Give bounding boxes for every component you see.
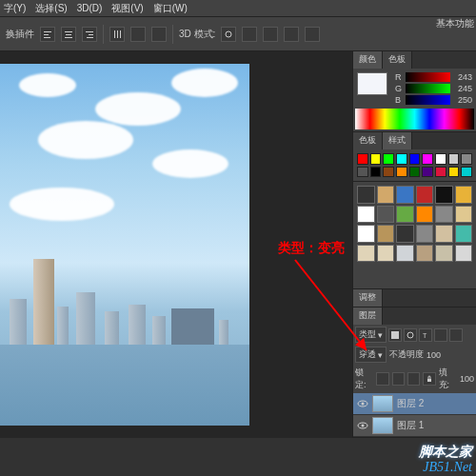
menu-item[interactable]: 字(Y) [4,2,26,15]
style-swatch[interactable] [455,186,473,204]
menu-item[interactable]: 视图(V) [111,2,143,15]
style-swatch[interactable] [357,245,375,263]
lock-pixels-icon[interactable] [392,372,405,386]
style-swatch[interactable] [357,186,375,204]
r-label: R [395,72,403,82]
swatch[interactable] [461,153,472,165]
swatch[interactable] [396,153,407,165]
swatch[interactable] [422,153,433,165]
align-icon[interactable] [61,27,76,42]
opacity-value[interactable]: 100 [426,350,441,360]
align-icon[interactable] [40,27,55,42]
svg-rect-2 [44,37,50,38]
3d-icon[interactable] [284,27,299,42]
style-swatch[interactable] [416,225,434,243]
style-swatch[interactable] [377,225,395,243]
swatch[interactable] [461,167,472,178]
swatch[interactable] [370,167,382,178]
swatch[interactable] [396,167,407,178]
swatch[interactable] [383,153,394,165]
3d-icon[interactable] [242,27,257,42]
menu-item[interactable]: 3D(D) [77,3,103,13]
b-slider[interactable] [406,95,450,105]
swatch[interactable] [357,167,368,178]
svg-rect-16 [427,379,431,382]
style-swatch[interactable] [455,245,473,263]
svg-rect-5 [65,37,72,38]
style-swatch[interactable] [416,206,434,224]
swatch[interactable] [370,153,382,165]
color-panel: 颜色 色板 R243 G245 B250 [353,51,476,132]
image-sky [0,64,249,263]
lock-transparent-icon[interactable] [376,372,388,386]
foreground-color[interactable] [357,72,387,95]
visibility-icon[interactable] [357,420,368,431]
layer-item[interactable]: 图层 1 [353,415,476,437]
style-swatch[interactable] [396,206,414,224]
menu-item[interactable]: 选择(S) [35,2,67,15]
distribute-icon[interactable] [109,27,125,42]
distribute-icon[interactable] [151,27,167,42]
color-spectrum[interactable] [355,109,474,129]
styles-tab[interactable]: 样式 [383,132,412,149]
swatch[interactable] [448,153,460,165]
filter-adjust-icon[interactable] [404,328,417,342]
style-swatch[interactable] [435,245,453,263]
svg-rect-4 [66,34,71,35]
style-swatch[interactable] [377,245,395,263]
filter-text-icon[interactable]: T [419,328,432,342]
style-swatch[interactable] [357,206,375,224]
g-slider[interactable] [406,84,450,93]
filter-type-dropdown[interactable]: 类型 ▾ [355,327,387,343]
visibility-icon[interactable] [357,398,368,409]
blend-mode-dropdown[interactable]: 穿透 ▾ [355,347,387,363]
3d-icon[interactable] [305,27,320,42]
3d-icon[interactable] [263,27,278,42]
style-swatch[interactable] [377,186,395,204]
style-swatch[interactable] [455,206,473,224]
layers-tab[interactable]: 图层 [353,307,383,325]
style-swatch[interactable] [455,225,473,243]
filter-pixel-icon[interactable] [388,328,402,342]
swatch[interactable] [435,153,446,165]
style-swatch[interactable] [416,245,434,263]
swatch[interactable] [448,167,460,178]
menu-item[interactable]: 窗口(W) [153,2,188,15]
style-swatch[interactable] [396,245,414,263]
swatch-tab[interactable]: 色板 [383,51,412,69]
canvas-area [0,51,352,438]
fill-value[interactable]: 100 [460,374,474,384]
swatch[interactable] [435,167,446,178]
color-tab[interactable]: 颜色 [353,51,383,69]
lock-position-icon[interactable] [407,372,420,386]
3d-icon[interactable] [221,27,236,42]
style-swatch[interactable] [396,225,414,243]
layer-name[interactable]: 图层 2 [397,397,424,410]
style-swatch[interactable] [377,206,395,224]
layer-name[interactable]: 图层 1 [397,419,424,432]
style-swatch[interactable] [396,186,414,204]
adjust-tab[interactable]: 调整 [353,289,383,307]
filter-shape-icon[interactable] [434,328,447,342]
lock-all-icon[interactable] [423,372,435,386]
filter-smart-icon[interactable] [449,328,463,342]
swatch[interactable] [422,167,433,178]
distribute-icon[interactable] [130,27,146,42]
layer-thumbnail[interactable] [372,395,393,412]
swatch[interactable] [357,153,368,165]
swatch[interactable] [383,167,394,178]
layer-item[interactable]: 图层 2 [353,393,476,415]
style-swatch[interactable] [435,225,453,243]
align-icon[interactable] [82,27,97,42]
workspace-switcher[interactable]: 基本功能 [436,17,474,30]
swatch-tab[interactable]: 色板 [353,132,383,149]
style-swatch[interactable] [435,206,453,224]
layer-thumbnail[interactable] [372,417,393,434]
swatch[interactable] [409,167,421,178]
style-swatch[interactable] [435,186,453,204]
style-swatch[interactable] [416,186,434,204]
r-slider[interactable] [406,72,450,82]
swatch[interactable] [409,153,421,165]
document-canvas[interactable] [0,64,249,426]
style-swatch[interactable] [357,225,375,243]
